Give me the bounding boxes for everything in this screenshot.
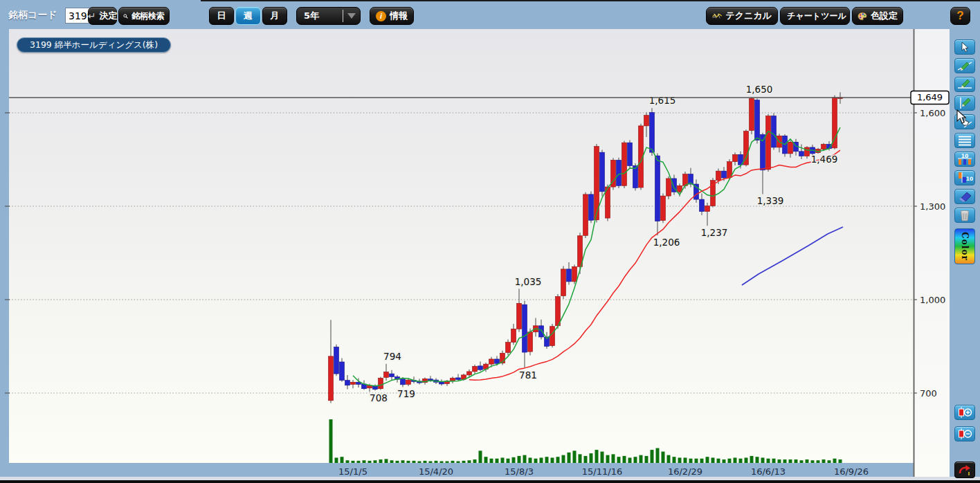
price-range-tool-button[interactable]: 10 [954,152,975,167]
candle-down [650,113,655,153]
color-picker-button[interactable]: Color [954,228,975,264]
candle-up [351,382,356,384]
volume-bar [617,457,621,463]
volume-bar [745,457,748,463]
candle-up [379,378,383,388]
candle-down [633,166,638,188]
volume-bar [667,455,671,463]
volume-bar [689,459,693,463]
current-price-marker: 1,649 [911,91,949,104]
volume-bar [795,459,798,463]
volume-bar [534,459,538,463]
trash-tool-button[interactable] [954,208,975,223]
price-annotation: 1,035 [515,276,542,287]
pencil-diagonal-line-icon [957,60,972,71]
volume-bar [335,457,338,463]
volume-bar [761,457,765,463]
price-annotation: 708 [370,392,388,403]
x-axis-label: 16/2/29 [668,466,702,477]
technical-label: テクニカル [725,10,772,22]
tab-weekly[interactable]: 週 [235,7,261,25]
y-axis-label: 1,000 [920,295,945,305]
tab-monthly[interactable]: 月 [262,7,287,25]
stock-search-button[interactable]: 銘柄検索 [118,7,170,25]
volume-bar [512,457,516,463]
chevron-down-icon [343,13,360,19]
candle-down [617,160,621,185]
submit-button[interactable]: ↵決定 [88,7,117,25]
volume-bar [368,461,372,463]
volume-bar [424,461,427,463]
info-icon: i [376,11,386,21]
volume-bar [645,456,648,463]
x-axis-label: 15/11/16 [582,466,622,477]
trend-line-tool-button[interactable] [954,58,975,73]
volume-bar [628,457,632,463]
candle-down [439,382,444,384]
candle-up [805,147,810,156]
price-annotation: 1,650 [746,84,773,95]
candle-down [390,374,394,377]
candle-range-tool-button[interactable]: 10 [954,170,975,185]
exit-button[interactable] [954,462,975,478]
volume-bar [833,459,837,463]
volume-bar [462,461,466,463]
price-annotation: 1,206 [653,237,680,248]
stock-search-label: 銘柄検索 [131,10,165,22]
vertical-line-tool-button[interactable] [954,95,975,111]
volume-bar [346,460,350,463]
horizontal-line-tool-button[interactable] [954,77,975,92]
volume-bar [811,460,815,463]
candle-zoom-out-button[interactable] [954,426,975,441]
volume-bar [700,459,704,463]
candlestick-chart-canvas[interactable]: 1,6501,6151,4691,3391,2371,2061,03579478… [0,0,980,483]
volume-bar [711,457,715,463]
zoom-out-icon [957,428,972,439]
candle-up [705,206,710,212]
volume-bar [573,450,577,463]
technical-button[interactable]: テクニカル [706,7,778,25]
y-axis-label: 1,600 [920,108,945,118]
cursor-arrow-icon [959,42,970,53]
candle-down [755,100,760,140]
candle-up [506,343,511,353]
bottom-border [0,480,980,483]
volume-bar [673,457,676,463]
candle-zoom-in-button[interactable] [954,405,975,420]
delete-line-tool-button[interactable] [954,114,975,129]
tab-daily[interactable]: 日 [209,7,234,25]
candle-up [467,372,472,375]
parallel-lines-tool-button[interactable] [954,133,975,148]
volume-bar [396,461,399,463]
candle-down [722,171,727,178]
volume-bar [407,461,410,463]
volume-bar [501,457,505,463]
drawing-toolbar: 10 10 Color [950,0,980,483]
search-icon [123,12,128,21]
candle-up [666,179,671,196]
volume-bar [496,459,499,463]
volume-bar [484,457,488,463]
volume-bar [352,461,355,463]
candle-down [340,362,345,381]
range-select[interactable]: 5年 [296,7,361,25]
color-settings-label: 色設定 [871,10,898,22]
candle-up [517,303,522,329]
volume-bar [507,459,510,463]
candle-up [528,332,533,352]
candle-up [622,143,627,185]
info-button[interactable]: i情報 [370,7,414,25]
select-tool-button[interactable] [954,39,975,55]
chart-tools-button[interactable]: チャートツール [780,7,850,25]
bars-10-icon: 10 [956,153,973,165]
plot-area[interactable] [9,29,914,463]
volume-bar [601,452,604,463]
volume-bar [451,461,455,463]
symbol-badge: 3199 綿半ホールディングス(株) [17,37,171,53]
volume-bar [440,461,444,463]
candle-up [661,196,666,221]
color-settings-button[interactable]: 色設定 [852,7,903,25]
candle-up [406,380,411,384]
eraser-tool-button[interactable] [954,189,975,204]
candle-up [384,372,389,377]
